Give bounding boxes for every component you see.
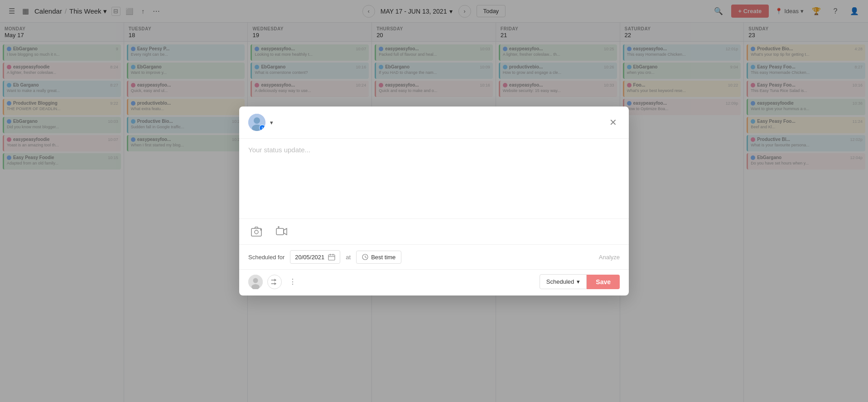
at-label: at bbox=[346, 254, 351, 261]
svg-point-4 bbox=[255, 230, 258, 234]
close-button[interactable]: ✕ bbox=[606, 116, 620, 129]
calendar-icon bbox=[328, 253, 335, 261]
social-badge-icon: f bbox=[259, 125, 265, 131]
svg-rect-10 bbox=[328, 255, 335, 260]
media-tools bbox=[239, 218, 629, 244]
svg-rect-7 bbox=[276, 228, 284, 235]
shuffle-button[interactable] bbox=[267, 275, 282, 289]
best-time-button[interactable]: Best time bbox=[356, 251, 401, 264]
author-avatar bbox=[248, 275, 263, 289]
svg-point-1 bbox=[254, 117, 260, 124]
clock-icon bbox=[362, 254, 368, 260]
status-update-input[interactable] bbox=[248, 146, 620, 209]
account-selector[interactable]: ▾ bbox=[270, 119, 273, 126]
date-picker[interactable]: 20/05/2021 bbox=[290, 250, 340, 264]
modal-header: f ▾ ✕ bbox=[239, 107, 629, 139]
scheduled-label: Scheduled for bbox=[248, 254, 285, 261]
shuffle-icon bbox=[271, 278, 278, 286]
add-video-button[interactable] bbox=[274, 223, 290, 240]
avatar: f bbox=[248, 114, 265, 131]
modal-overlay[interactable]: f ▾ ✕ bbox=[0, 0, 868, 402]
svg-line-16 bbox=[365, 257, 366, 258]
compose-modal: f ▾ ✕ bbox=[239, 107, 629, 295]
svg-point-18 bbox=[253, 278, 258, 283]
modal-body bbox=[239, 139, 629, 218]
svg-rect-3 bbox=[251, 228, 261, 236]
add-photo-button[interactable] bbox=[248, 223, 265, 240]
more-options-button[interactable]: ⋮ bbox=[286, 276, 299, 288]
modal-actions: ⋮ Scheduled ▾ Save bbox=[239, 269, 629, 295]
analyze-link[interactable]: Analyze bbox=[599, 254, 620, 261]
scheduled-dropdown: Scheduled ▾ Save bbox=[540, 274, 620, 289]
save-button[interactable]: Save bbox=[587, 275, 620, 289]
scheduled-row: Scheduled for 20/05/2021 at Best time bbox=[239, 244, 629, 269]
status-selector[interactable]: Scheduled ▾ bbox=[540, 274, 587, 289]
